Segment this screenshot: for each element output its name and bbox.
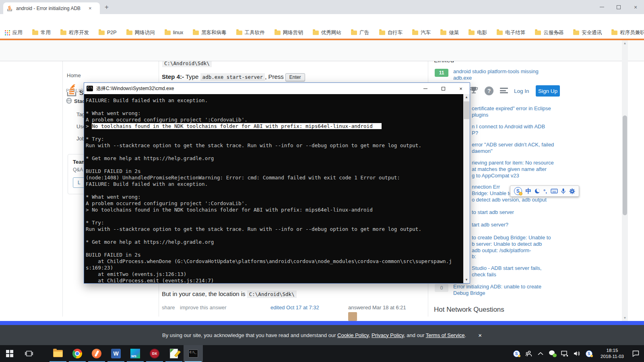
bookmark-folder[interactable]: 网络访问	[126, 29, 155, 36]
cmd-maximize-icon[interactable]	[434, 83, 452, 94]
bookmark-folder[interactable]: 黑客和病毒	[193, 29, 227, 36]
cmd-close-icon[interactable]: ×	[452, 83, 470, 94]
achievements-trophy-icon[interactable]	[469, 86, 478, 95]
bookmark-folder-label: 优秀网站	[321, 29, 341, 36]
page-left-border	[62, 61, 63, 317]
bookmark-folder[interactable]: 电子结算	[497, 29, 525, 36]
cmd-scroll-down-icon[interactable]: ▼	[463, 277, 470, 283]
bookmark-folder[interactable]: 程序员兼职	[611, 29, 644, 36]
ime-keyboard-icon[interactable]	[551, 189, 558, 193]
bookmark-folder[interactable]: 程序开发	[60, 29, 89, 36]
bookmark-folder[interactable]: 自行车	[379, 29, 403, 36]
ime-toolbar[interactable]: S 中 °,	[510, 185, 579, 197]
taskbar-app-cmd[interactable]	[184, 345, 203, 362]
linked-question-link[interactable]: tart adb server?	[472, 222, 508, 228]
tab-close-icon[interactable]: ×	[89, 5, 92, 11]
action-center-icon[interactable]	[630, 345, 642, 362]
bookmark-folder[interactable]: 汽车	[412, 29, 431, 36]
cookie-close-icon[interactable]: ×	[478, 332, 482, 339]
log-in-link[interactable]: Log In	[514, 88, 529, 94]
console-line	[86, 213, 462, 220]
window-minimize-icon[interactable]	[593, 0, 610, 14]
ime-fullwidth-moon-icon[interactable]	[535, 189, 540, 193]
bookmark-folder[interactable]: 工具软件	[236, 29, 265, 36]
help-icon[interactable]: ?	[485, 86, 493, 95]
sign-up-button[interactable]: Sign Up	[536, 85, 560, 97]
scrollbar-down-icon[interactable]: ▼	[622, 315, 628, 321]
window-maximize-icon[interactable]	[610, 0, 627, 14]
taskbar-app-chrome[interactable]	[68, 345, 87, 362]
taskbar-app-orange[interactable]	[87, 345, 106, 362]
ime-punctuation-icon[interactable]: °,	[543, 188, 547, 194]
tray-hidden-icons-chevron[interactable]	[535, 345, 547, 362]
cmd-scroll-thumb[interactable]	[464, 101, 469, 119]
cmd-console[interactable]: FAILURE: Build failed with an exception.…	[84, 94, 470, 283]
answerer-avatar[interactable]	[348, 312, 357, 321]
console-line: FAILURE: Build failed with an exception.	[86, 181, 462, 187]
sogou-logo-icon[interactable]: S	[514, 187, 522, 195]
bookmark-folder[interactable]: 电影	[469, 29, 487, 36]
bookmark-folder[interactable]: P2P	[99, 29, 117, 36]
linked-question-link[interactable]: android studio platform-tools missingadb…	[453, 68, 539, 81]
tray-sogou-icon[interactable]: S	[510, 345, 522, 362]
scrollbar-thumb[interactable]	[623, 115, 627, 215]
bookmark-folder[interactable]: 优秀网站	[313, 29, 341, 36]
terms-of-service-link[interactable]: Terms of Service	[426, 332, 465, 338]
tray-people-icon[interactable]	[522, 345, 535, 362]
folder-icon	[440, 31, 446, 35]
linked-question-link[interactable]: n I connect to Android with ADBP?	[472, 123, 545, 136]
taskbar-app-word[interactable]: W	[106, 345, 126, 362]
taskbar-app-explorer[interactable]	[48, 345, 68, 362]
linked-question-link[interactable]: to create Debug Bridge: Unable tob serve…	[472, 234, 551, 260]
taskbar-clock[interactable]: 18:15 2018-11-03	[595, 348, 630, 360]
folder-icon	[32, 31, 38, 35]
bookmark-folder-label: 云服务器	[543, 29, 564, 36]
bookmark-folder[interactable]: 网络营销	[275, 29, 303, 36]
linked-question-link[interactable]: Studio - ADB start server fails,check fa…	[472, 265, 541, 278]
cookie-policy-link[interactable]: Cookie Policy	[337, 332, 369, 338]
tray-network-icon[interactable]	[559, 345, 571, 362]
improve-answer-link[interactable]: improve this answer	[180, 304, 227, 311]
start-button[interactable]	[0, 345, 19, 362]
cmd-minimize-icon[interactable]	[417, 83, 434, 94]
tray-ime-sogou-icon[interactable]: S	[583, 345, 595, 362]
edited-link[interactable]: edited Oct 17 at 7:32	[270, 304, 319, 311]
tray-wechat-icon[interactable]	[547, 345, 559, 362]
cmd-titlebar[interactable]: 选择C:\Windows\System32\cmd.exe ×	[84, 83, 470, 94]
bookmark-folder[interactable]: 常用	[32, 29, 51, 36]
new-tab-button[interactable]: +	[105, 3, 109, 11]
browser-tab-strip: android - Error initializing ADB × + ×	[0, 0, 644, 14]
browser-tab[interactable]: android - Error initializing ADB ×	[3, 2, 100, 14]
scrollbar-up-icon[interactable]: ▲	[622, 40, 628, 46]
taskbar-app-devexpress[interactable]: DX	[145, 345, 164, 362]
tray-volume-icon[interactable]	[571, 345, 583, 362]
linked-question-link[interactable]: rieving parent for item: No resourceat m…	[472, 160, 554, 179]
bookmarks-overflow-icon[interactable]: »	[556, 29, 559, 36]
ime-language-mode-icon[interactable]: 中	[526, 187, 532, 195]
linked-question-link[interactable]: error "ADB server didn't ACK, faileddaem…	[472, 142, 554, 154]
share-link[interactable]: share	[162, 304, 175, 311]
ime-settings-gear-icon[interactable]	[569, 188, 575, 194]
cmd-scrollbar[interactable]: ▲ ▼	[463, 94, 470, 283]
bookmark-folder[interactable]: 安全通讯	[573, 29, 602, 36]
linked-question-link[interactable]: to start adb server	[472, 209, 514, 216]
linked-question-link[interactable]: certificate expired" error in Eclipseplu…	[472, 105, 551, 118]
site-switcher-icon[interactable]	[500, 88, 508, 95]
cmd-window[interactable]: 选择C:\Windows\System32\cmd.exe × FAILURE:…	[84, 82, 470, 284]
apps-shortcut[interactable]: 应用	[5, 29, 23, 36]
bookmark-folder[interactable]: 广告	[351, 29, 369, 36]
task-view-button[interactable]	[19, 345, 39, 362]
taskbar-app-webstorm[interactable]	[126, 345, 145, 362]
bookmark-folder[interactable]: linux	[165, 29, 184, 36]
cmd-scroll-up-icon[interactable]: ▲	[463, 94, 470, 101]
sidebar-item-home[interactable]: Home	[67, 72, 81, 78]
bookmark-folder[interactable]: 做菜	[440, 29, 459, 36]
page-scrollbar[interactable]: ▲ ▼	[622, 40, 628, 321]
console-line: s:169:23)	[86, 265, 462, 271]
ime-mic-icon[interactable]	[561, 188, 566, 194]
privacy-policy-link[interactable]: Privacy Policy	[372, 332, 404, 338]
window-close-icon[interactable]: ×	[627, 0, 644, 14]
folder-icon	[379, 31, 385, 35]
taskbar-app-notepad[interactable]	[164, 345, 184, 362]
linked-question-link[interactable]: Error initializing ADB: unable to create…	[453, 284, 541, 296]
